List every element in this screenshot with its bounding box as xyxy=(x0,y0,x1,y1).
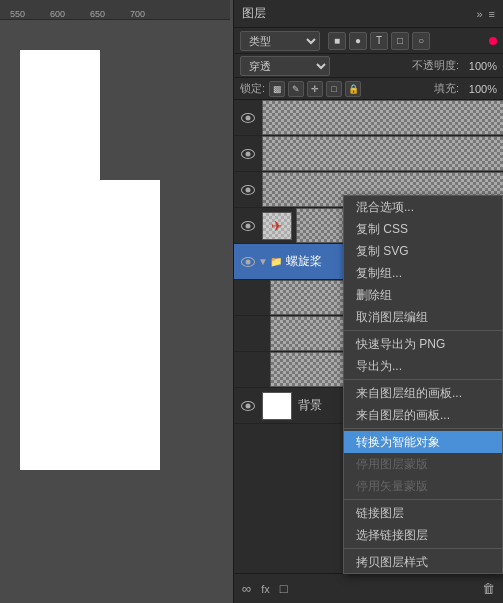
layers-panel: 图层 » ≡ 类型 ■ ● T □ ○ 穿透 不透明度: 100% 锁定: xyxy=(233,0,503,603)
menu-item-disable-layer-mask: 停用图层蒙版 xyxy=(344,453,502,475)
ruler-mark: 700 xyxy=(130,9,170,19)
panel-header-icons: » ≡ xyxy=(476,8,495,20)
menu-item-delete-group[interactable]: 删除组 xyxy=(344,284,502,306)
menu-item-convert-smart-object[interactable]: 转换为智能对象 xyxy=(344,431,502,453)
layer-item[interactable]: 云2 xyxy=(234,100,503,136)
lock-artboard-btn[interactable]: □ xyxy=(326,81,342,97)
opacity-value[interactable]: 100% xyxy=(462,60,497,72)
group-expand-arrow[interactable]: ▼ xyxy=(258,256,268,267)
panel-header: 图层 » ≡ xyxy=(234,0,503,28)
layer-effects-icon[interactable]: fx xyxy=(259,581,272,597)
menu-item-export-as[interactable]: 导出为... xyxy=(344,355,502,377)
layer-visibility-toggle[interactable] xyxy=(238,144,258,164)
context-menu: 混合选项... 复制 CSS 复制 SVG 复制组... 删除组 取消图层编组 … xyxy=(343,195,503,574)
filter-dot-indicator xyxy=(489,37,497,45)
menu-item-ungroup[interactable]: 取消图层编组 xyxy=(344,306,502,328)
panel-bottom: ∞ fx □ 🗑 xyxy=(234,573,503,603)
menu-item-quick-export-png[interactable]: 快速导出为 PNG xyxy=(344,333,502,355)
layer-visibility-toggle[interactable] xyxy=(238,216,258,236)
menu-separator xyxy=(344,428,502,429)
filter-select[interactable]: 类型 xyxy=(240,31,320,51)
lock-label: 锁定: xyxy=(240,81,265,96)
menu-item-copy-css[interactable]: 复制 CSS xyxy=(344,218,502,240)
ruler-horizontal: 550 600 650 700 xyxy=(0,0,230,20)
blend-mode-select[interactable]: 穿透 xyxy=(240,56,330,76)
panel-title: 图层 xyxy=(242,5,472,22)
layer-visibility-toggle[interactable] xyxy=(238,396,258,416)
filter-adjust-btn[interactable]: ● xyxy=(349,32,367,50)
filter-shape-btn[interactable]: □ xyxy=(391,32,409,50)
panel-collapse-icon[interactable]: » xyxy=(476,8,482,20)
lock-icons: ▩ ✎ ✛ □ 🔒 xyxy=(269,81,361,97)
eye-icon xyxy=(241,149,255,159)
layer-thumbnail xyxy=(262,100,503,135)
menu-item-copy-svg[interactable]: 复制 SVG xyxy=(344,240,502,262)
panel-menu-icon[interactable]: ≡ xyxy=(489,8,495,20)
eye-icon xyxy=(241,401,255,411)
ruler-mark: 550 xyxy=(10,9,50,19)
layer-thumbnail xyxy=(262,392,292,420)
eye-icon xyxy=(241,257,255,267)
filter-text-btn[interactable]: T xyxy=(370,32,388,50)
folder-icon: 📁 xyxy=(270,256,282,267)
eye-icon xyxy=(241,221,255,231)
menu-separator xyxy=(344,499,502,500)
layer-thumbnail xyxy=(262,136,503,171)
layer-visibility-toggle[interactable] xyxy=(238,108,258,128)
menu-separator xyxy=(344,330,502,331)
opacity-row: 不透明度: 100% xyxy=(412,58,497,73)
lock-paint-btn[interactable]: ✎ xyxy=(288,81,304,97)
delete-layer-icon[interactable]: 🗑 xyxy=(480,579,497,598)
menu-item-duplicate-group[interactable]: 复制组... xyxy=(344,262,502,284)
filter-icons: ■ ● T □ ○ xyxy=(328,32,430,50)
lock-all-btn[interactable]: 🔒 xyxy=(345,81,361,97)
filter-smart-btn[interactable]: ○ xyxy=(412,32,430,50)
link-layers-icon[interactable]: ∞ xyxy=(240,579,253,598)
ruler-mark: 600 xyxy=(50,9,90,19)
lock-row: 锁定: ▩ ✎ ✛ □ 🔒 填充: 100% xyxy=(234,78,503,100)
fill-value[interactable]: 100% xyxy=(462,83,497,95)
menu-item-blend-options[interactable]: 混合选项... xyxy=(344,196,502,218)
menu-item-copy-layer-style[interactable]: 拷贝图层样式 xyxy=(344,551,502,573)
layer-item[interactable]: 云1 xyxy=(234,136,503,172)
blend-row: 穿透 不透明度: 100% xyxy=(234,54,503,78)
menu-item-link-layers[interactable]: 链接图层 xyxy=(344,502,502,524)
eye-icon xyxy=(241,113,255,123)
lock-transparent-btn[interactable]: ▩ xyxy=(269,81,285,97)
ruler-mark: 650 xyxy=(90,9,130,19)
menu-item-artboard-from-layers[interactable]: 来自图层的画板... xyxy=(344,404,502,426)
fill-label: 填充: xyxy=(434,81,459,96)
eye-icon xyxy=(241,185,255,195)
plane-icon: ✈ xyxy=(271,218,283,234)
canvas-area: 550 600 650 700 xyxy=(0,0,230,603)
layer-visibility-toggle[interactable] xyxy=(238,252,258,272)
menu-item-select-linked[interactable]: 选择链接图层 xyxy=(344,524,502,546)
canvas-content xyxy=(0,20,230,603)
lock-move-btn[interactable]: ✛ xyxy=(307,81,323,97)
filter-row: 类型 ■ ● T □ ○ xyxy=(234,28,503,54)
menu-item-artboard-from-group[interactable]: 来自图层组的画板... xyxy=(344,382,502,404)
menu-item-disable-vector-mask: 停用矢量蒙版 xyxy=(344,475,502,497)
canvas-cutout xyxy=(100,50,160,180)
menu-separator xyxy=(344,548,502,549)
filter-pixel-btn[interactable]: ■ xyxy=(328,32,346,50)
opacity-label: 不透明度: xyxy=(412,58,459,73)
fill-row: 填充: 100% xyxy=(434,81,497,96)
add-mask-icon[interactable]: □ xyxy=(278,579,290,598)
menu-separator xyxy=(344,379,502,380)
layer-thumbnail: ✈ xyxy=(262,212,292,240)
layer-visibility-toggle[interactable] xyxy=(238,180,258,200)
